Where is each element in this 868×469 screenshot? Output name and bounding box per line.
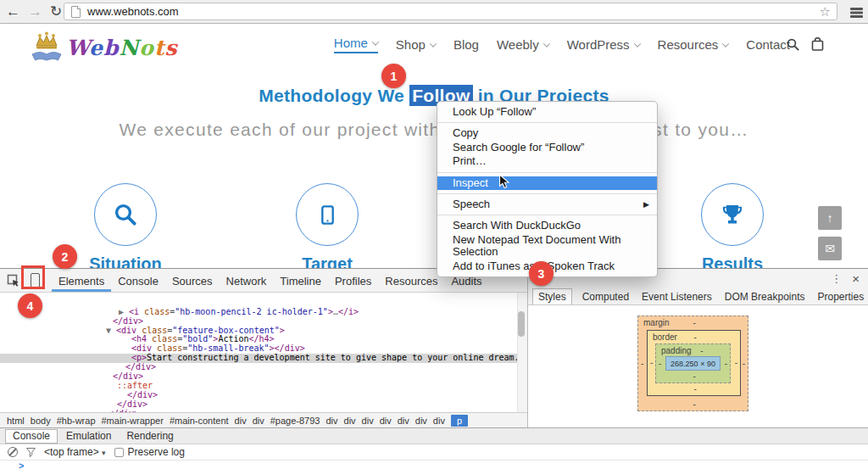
sidebar-tab-properties[interactable]: Properties [815, 289, 866, 304]
breadcrumb-item[interactable]: #main-wrapper [102, 416, 164, 426]
devtools-sidebar: ⋮ × StylesComputedEvent ListenersDOM Bre… [527, 269, 868, 427]
url-text[interactable]: www.webnots.com [87, 5, 179, 18]
callout-badge-4: 4 [18, 293, 42, 318]
filter-icon[interactable] [26, 448, 36, 457]
dom-tree-line[interactable]: <p>Start constructing a development site… [0, 354, 527, 363]
box-model-padding[interactable]: padding - - - - 268.250 × 90 [655, 343, 731, 383]
dom-tree-line[interactable]: </div> [0, 363, 527, 372]
tablet-icon [296, 183, 359, 246]
breadcrumb-item[interactable]: div [380, 416, 392, 426]
breadcrumb-item[interactable]: #page-8793 [270, 416, 320, 426]
inspect-element-icon[interactable] [7, 274, 19, 287]
devtools-tab-elements[interactable]: Elements [52, 269, 111, 292]
callout-badge-3: 3 [529, 261, 554, 286]
sidebar-tab-styles[interactable]: Styles [532, 288, 572, 304]
nav-item-contact[interactable]: Contact [746, 37, 790, 52]
menu-item-inspect[interactable]: Inspect [437, 176, 657, 190]
nav-item-resources[interactable]: Resources [658, 37, 729, 52]
box-model-border[interactable]: border - - - - padding - - - - 268.250 ×… [647, 330, 741, 396]
forward-button[interactable]: → [28, 4, 42, 19]
console-tab-rendering[interactable]: Rendering [120, 430, 180, 442]
back-button[interactable]: ← [6, 4, 20, 19]
menu-item-print[interactable]: Print… [437, 154, 657, 168]
trophy-icon [701, 183, 764, 246]
contact-button[interactable]: ✉ [818, 237, 842, 260]
scrollbar-thumb[interactable] [518, 311, 525, 337]
menu-item-new-notepad-text-document-with-selection[interactable]: New Notepad Text Document With Selection [437, 233, 657, 260]
main-nav: HomeShopBlogWeeblyWordPressResourcesCont… [334, 36, 790, 53]
breadcrumb-item[interactable]: div [235, 416, 247, 426]
address-bar[interactable]: www.webnots.com ☆ [64, 3, 837, 20]
devtools-tab-profiles[interactable]: Profiles [328, 269, 378, 292]
dom-tree-line[interactable]: ▶ <i class="hb-moon-pencil-2 ic-holder-1… [0, 308, 527, 317]
menu-item-search-with-duckduckgo[interactable]: Search With DuckDuckGo [437, 219, 657, 232]
devtools-tab-timeline[interactable]: Timeline [273, 269, 328, 292]
mouse-cursor-icon [498, 174, 510, 189]
devtools-tab-network[interactable]: Network [220, 269, 274, 292]
console-tab-console[interactable]: Console [5, 429, 58, 444]
nav-item-shop[interactable]: Shop [396, 37, 436, 52]
screen: ← → ↻ www.webnots.com ☆ WebNots HomeShop… [0, 0, 868, 469]
menu-separator [437, 215, 657, 215]
breadcrumb-item[interactable]: div [326, 416, 337, 426]
frame-selector[interactable]: <top frame> ▾ [44, 446, 106, 458]
menu-item-search-google-for-follow[interactable]: Search Google for “Follow” [437, 141, 657, 154]
search-icon[interactable] [787, 38, 799, 51]
console-drawer: ConsoleEmulationRendering <top frame> ▾ … [0, 427, 868, 469]
page-icon [71, 6, 81, 18]
console-tab-emulation[interactable]: Emulation [59, 430, 118, 442]
chevron-down-icon [430, 40, 437, 47]
breadcrumb-item[interactable]: div [344, 416, 356, 426]
breadcrumb-item[interactable]: html [7, 416, 25, 426]
menu-item-speech[interactable]: Speech▶ [437, 198, 657, 211]
box-model-content[interactable]: 268.250 × 90 [665, 356, 721, 371]
nav-item-weebly[interactable]: Weebly [497, 37, 549, 52]
nav-item-wordpress[interactable]: WordPress [567, 37, 640, 52]
breadcrumb-item[interactable]: div [253, 416, 264, 426]
devtools-close-icon[interactable]: × [852, 272, 860, 285]
menu-separator [437, 122, 657, 123]
clear-console-icon[interactable] [8, 447, 18, 457]
breadcrumb-item[interactable]: p [451, 415, 468, 427]
devtools-more-icon[interactable]: ⋮ [831, 272, 842, 285]
scroll-top-button[interactable]: ↑ [818, 206, 842, 230]
sidebar-tab-dom-breakpoints[interactable]: DOM Breakpoints [722, 289, 808, 304]
breadcrumb-item[interactable]: #main-content [170, 416, 229, 426]
menu-item-look-up-follow[interactable]: Look Up “Follow” [437, 105, 657, 119]
devtools-tab-console[interactable]: Console [111, 269, 165, 292]
devtools-tab-sources[interactable]: Sources [165, 269, 220, 292]
dom-tree-line[interactable]: </div> [0, 391, 527, 400]
site-logo[interactable]: WebNots [29, 31, 178, 64]
nav-item-home[interactable]: Home [334, 36, 378, 53]
preserve-log-toggle[interactable]: Preserve log [114, 446, 185, 458]
feature-results: Results [682, 183, 783, 274]
breadcrumb-item[interactable]: div [415, 416, 427, 426]
sidebar-tab-computed[interactable]: Computed [580, 289, 632, 304]
browser-menu-icon[interactable] [850, 8, 863, 10]
bookmark-star-icon[interactable]: ☆ [820, 4, 831, 20]
callout-rectangle [21, 265, 45, 289]
cart-bag-icon[interactable] [811, 37, 824, 51]
sidebar-tab-event-listeners[interactable]: Event Listeners [639, 289, 715, 304]
menu-item-copy[interactable]: Copy [437, 126, 657, 140]
chevron-down-icon [633, 40, 640, 47]
menu-separator [437, 193, 657, 194]
breadcrumb-item[interactable]: div [398, 416, 409, 426]
nav-item-blog[interactable]: Blog [453, 37, 479, 52]
dom-tree-line[interactable]: </div> [0, 400, 527, 410]
breadcrumb-item[interactable]: div [433, 416, 445, 426]
styles-pane: margin - - - - border - - - - padding - [528, 305, 868, 428]
breadcrumb-item[interactable]: #hb-wrap [57, 416, 96, 426]
breadcrumb-item[interactable]: div [362, 416, 374, 426]
devtools-tab-resources[interactable]: Resources [378, 269, 444, 292]
feature-target: Target [276, 183, 378, 274]
breadcrumb-item[interactable]: body [31, 416, 51, 426]
reload-button[interactable]: ↻ [50, 4, 62, 19]
console-prompt[interactable]: > [19, 461, 24, 469]
elements-tree[interactable]: ▶ <i class="hb-moon-pencil-2 ic-holder-1… [0, 293, 527, 412]
box-model-margin[interactable]: margin - - - - border - - - - padding - [637, 315, 748, 411]
dom-tree-line[interactable]: ::after [0, 382, 527, 391]
preserve-log-checkbox[interactable] [114, 448, 124, 457]
page-title: Methodology We Follow in Our Projects [0, 86, 868, 106]
dom-tree-line[interactable]: </div> [0, 372, 527, 382]
